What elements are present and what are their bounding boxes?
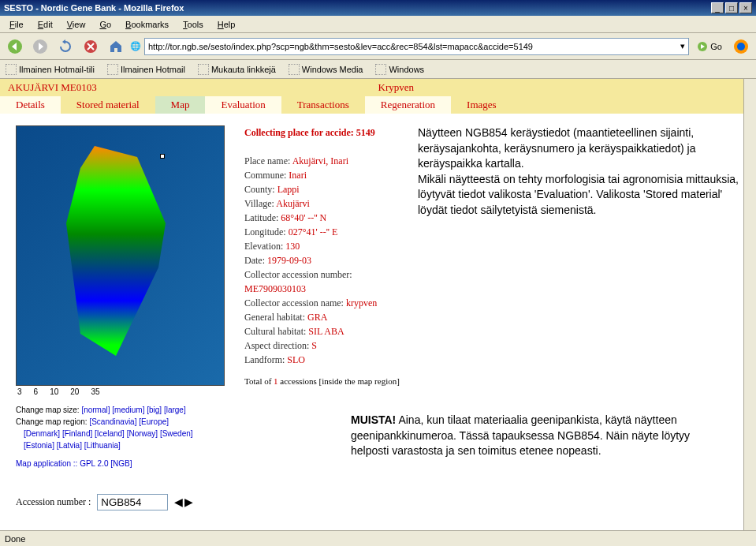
statusbar: Done (0, 530, 756, 546)
accession-name: Krypven (378, 81, 749, 94)
minimize-button[interactable]: _ (711, 2, 724, 13)
maximize-button[interactable]: □ (725, 2, 738, 13)
tab-stored-material[interactable]: Stored material (61, 96, 155, 114)
titlebar: SESTO - Nordic Gene Bank - Mozilla Firef… (0, 0, 756, 16)
map-region-iceland[interactable]: [Iceland] (95, 429, 125, 438)
home-button[interactable] (105, 36, 127, 57)
tab-details[interactable]: Details (0, 96, 61, 114)
bookmark-icon (198, 64, 209, 75)
tab-bar: Details Stored material Map Evaluation T… (0, 96, 756, 114)
tab-transactions[interactable]: Transactions (281, 96, 365, 114)
bookmark-hotmail[interactable]: Ilmainen Hotmail (106, 63, 187, 76)
map-region-lithuania[interactable]: [Lithuania] (84, 441, 121, 450)
close-button[interactable]: × (739, 2, 752, 13)
url-input[interactable]: http://tor.ngb.se/sesto/index.php?scp=ng… (144, 38, 689, 55)
prev-arrow-icon[interactable]: ◀ (174, 496, 183, 509)
map-size-large[interactable]: [large] (164, 406, 186, 414)
map-region-shape (52, 146, 194, 367)
tab-evaluation[interactable]: Evaluation (205, 96, 281, 114)
window-controls: _ □ × (711, 2, 752, 13)
menu-edit[interactable]: Edit (32, 18, 59, 31)
menu-tools[interactable]: Tools (177, 18, 210, 31)
bookmark-mukauta[interactable]: Mukauta linkkejä (196, 63, 277, 76)
stop-button[interactable] (80, 36, 102, 57)
favicon: 🌐 (130, 41, 141, 51)
firefox-logo (730, 36, 752, 57)
map-size-big[interactable]: [big] (147, 406, 162, 414)
bookmark-windows[interactable]: Windows (374, 63, 426, 76)
map-column: 3 6 10 20 35 Change map size: [normal] [… (16, 125, 229, 468)
accession-label: Accession number : (16, 496, 91, 508)
forward-button[interactable] (29, 36, 51, 57)
muista-label: MUISTA! (351, 413, 396, 426)
navigation-arrows: ◀ ▶ (174, 496, 193, 509)
svg-point-5 (737, 43, 745, 50)
menu-go[interactable]: Go (93, 18, 117, 31)
bookmark-icon (289, 64, 300, 75)
bookmark-icon (107, 64, 118, 75)
address-bar: 🌐 http://tor.ngb.se/sesto/index.php?scp=… (130, 38, 689, 55)
map-scale: 3 6 10 20 35 (16, 386, 229, 398)
menu-view[interactable]: View (61, 18, 92, 31)
map-image[interactable] (16, 125, 225, 386)
menubar: File Edit View Go Bookmarks Tools Help (0, 16, 756, 33)
map-region-latvia[interactable]: [Latvia] (57, 441, 82, 450)
tab-images[interactable]: Images (451, 96, 512, 114)
window-title: SESTO - Nordic Gene Bank - Mozilla Firef… (4, 3, 184, 13)
bookmark-icon (375, 64, 386, 75)
status-text: Done (5, 534, 25, 544)
accession-input[interactable] (97, 494, 168, 510)
reload-button[interactable] (54, 36, 76, 57)
map-region-finland[interactable]: [Finland] (62, 429, 92, 438)
collecting-heading: Collecting place for accide: 5149 (244, 125, 402, 140)
map-size-normal[interactable]: [normal] (81, 406, 110, 414)
map-region-estonia[interactable]: [Estonia] (24, 441, 54, 450)
page-content: AKUJÄRVI ME0103 Krypven Details Stored m… (0, 79, 756, 530)
menu-file[interactable]: File (3, 18, 30, 31)
map-region-denmark[interactable]: [Denmark] (24, 429, 60, 438)
map-region-norway[interactable]: [Norway] (127, 429, 158, 438)
nav-toolbar: 🌐 http://tor.ngb.se/sesto/index.php?scp=… (0, 33, 756, 60)
map-region-scandinavia[interactable]: [Scandinavia] (89, 417, 136, 426)
map-region-sweden[interactable]: [Sweden] (160, 429, 193, 438)
annotation-text: Näytteen NGB854 keräystiedot (maantietee… (418, 125, 740, 219)
menu-bookmarks[interactable]: Bookmarks (119, 18, 175, 31)
total-accessions: Total of 1 accessions [inside the map re… (244, 375, 402, 388)
accession-number-row: Accession number : ◀ ▶ (16, 494, 193, 510)
map-size-medium[interactable]: [medium] (112, 406, 144, 414)
reminder-note: MUISTA! Aina, kun tilaat materiaalia gee… (351, 413, 729, 459)
map-marker (160, 154, 165, 159)
vertical-scrollbar[interactable] (743, 79, 756, 530)
bookmark-icon (6, 64, 17, 75)
bookmark-hotmail-tili[interactable]: Ilmainen Hotmail-tili (4, 63, 96, 76)
bookmarks-toolbar: Ilmainen Hotmail-tili Ilmainen Hotmail M… (0, 60, 756, 79)
back-button[interactable] (4, 36, 26, 57)
map-app-credit[interactable]: Map application :: GPL 2.0 [NGB] (16, 459, 229, 468)
next-arrow-icon[interactable]: ▶ (184, 496, 193, 509)
tab-map[interactable]: Map (155, 96, 206, 114)
go-button[interactable]: Go (692, 39, 727, 54)
accession-id: AKUJÄRVI ME0103 (8, 81, 378, 94)
map-region-europe[interactable]: [Europe] (139, 417, 169, 426)
page-header: AKUJÄRVI ME0103 Krypven (0, 79, 756, 96)
bookmark-windows-media[interactable]: Windows Media (287, 63, 365, 76)
tab-regeneration[interactable]: Regeneration (365, 96, 451, 114)
menu-help[interactable]: Help (211, 18, 242, 31)
map-controls: Change map size: [normal] [medium] [big]… (16, 404, 229, 451)
